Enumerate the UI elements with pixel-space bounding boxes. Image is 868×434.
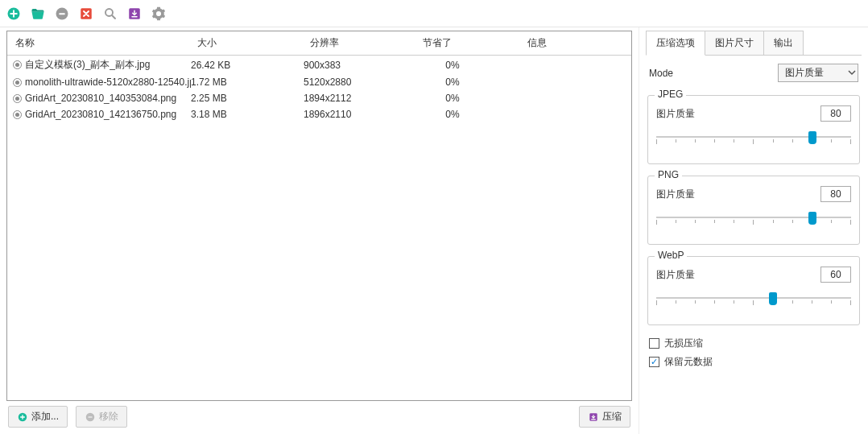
magnify-icon[interactable] [101, 5, 119, 23]
add-button-label: 添加... [31, 410, 59, 424]
remove-circle-icon[interactable] [53, 5, 71, 23]
table-row[interactable]: monolith-ultrawide-5120x2880-12540.jpg 1… [7, 74, 631, 90]
cell-name: GridArt_20230810_140353084.png [25, 93, 191, 104]
remove-circle-small-icon [85, 411, 96, 423]
row-status-icon [12, 77, 22, 87]
mode-value: 图片质量 [785, 66, 824, 80]
toolbar [0, 0, 868, 27]
jpeg-group: JPEG 图片质量 80 [647, 95, 860, 164]
add-button[interactable]: 添加... [8, 406, 68, 428]
chevron-down-icon [848, 68, 856, 79]
cell-savings: 0% [416, 109, 521, 120]
lossless-checkbox-row[interactable]: 无损压缩 [649, 337, 858, 350]
row-status-icon [12, 60, 22, 70]
clear-list-icon[interactable] [77, 5, 95, 23]
cell-size: 3.18 MB [191, 109, 304, 120]
jpeg-title: JPEG [655, 89, 686, 100]
remove-button[interactable]: 移除 [76, 406, 127, 428]
table-row[interactable]: GridArt_20230810_140353084.png 2.25 MB 1… [7, 90, 631, 106]
header-resolution[interactable]: 分辨率 [305, 36, 418, 50]
tab-size[interactable]: 图片尺寸 [705, 31, 764, 55]
header-size[interactable]: 大小 [192, 36, 305, 50]
webp-quality-label: 图片质量 [656, 268, 695, 282]
add-circle-icon [17, 411, 28, 423]
svg-point-6 [156, 11, 160, 15]
tab-output[interactable]: 输出 [763, 31, 804, 55]
mode-select[interactable]: 图片质量 [778, 64, 858, 82]
archive-down-icon[interactable] [126, 5, 143, 23]
svg-rect-2 [59, 13, 65, 14]
cell-savings: 0% [416, 76, 521, 88]
cell-resolution: 1894x2112 [304, 93, 416, 104]
table-row[interactable]: 自定义模板(3)_副本_副本.jpg 26.42 KB 900x383 0% [7, 56, 631, 74]
row-status-icon [12, 93, 22, 103]
bottom-bar: 添加... 移除 压缩 [6, 401, 632, 428]
jpeg-quality-input[interactable]: 80 [820, 105, 851, 122]
png-group: PNG 图片质量 80 [647, 176, 860, 245]
metadata-checkbox[interactable] [649, 357, 659, 367]
cell-savings: 0% [416, 93, 521, 104]
folder-open-icon[interactable] [29, 5, 47, 23]
webp-quality-input[interactable]: 60 [820, 267, 851, 283]
cell-size: 1.72 MB [191, 76, 304, 88]
jpeg-slider[interactable] [656, 134, 851, 151]
gear-icon[interactable] [150, 5, 167, 23]
compress-icon [588, 411, 599, 423]
cell-resolution: 900x383 [304, 60, 416, 71]
mode-row: Mode 图片质量 [646, 56, 862, 90]
webp-group: WebP 图片质量 60 [647, 256, 860, 325]
table-row[interactable]: GridArt_20230810_142136750.png 3.18 MB 1… [7, 106, 631, 122]
file-table: 名称 大小 分辨率 节省了 信息 自定义模板(3)_副本_副本.jpg 26.4… [6, 31, 632, 401]
cell-savings: 0% [416, 60, 521, 71]
png-quality-input[interactable]: 80 [820, 186, 851, 202]
remove-button-label: 移除 [99, 410, 118, 424]
options-panel: 压缩选项 图片尺寸 输出 Mode 图片质量 JPEG 图片质量 80 [639, 27, 868, 434]
compress-button[interactable]: 压缩 [579, 406, 630, 428]
cell-size: 2.25 MB [191, 93, 304, 104]
add-icon[interactable] [5, 5, 23, 23]
metadata-label: 保留元数据 [664, 355, 713, 369]
file-list-panel: 名称 大小 分辨率 节省了 信息 自定义模板(3)_副本_副本.jpg 26.4… [0, 27, 639, 434]
cell-resolution: 5120x2880 [304, 76, 416, 88]
lossless-label: 无损压缩 [664, 337, 703, 350]
webp-slider[interactable] [656, 296, 851, 312]
png-slider[interactable] [656, 215, 851, 231]
compress-button-label: 压缩 [602, 410, 622, 424]
cell-name: monolith-ultrawide-5120x2880-12540.jpg [25, 76, 191, 88]
table-header: 名称 大小 分辨率 节省了 信息 [7, 31, 631, 56]
png-quality-label: 图片质量 [656, 188, 695, 201]
png-title: PNG [655, 169, 682, 180]
header-name[interactable]: 名称 [7, 36, 192, 50]
table-body: 自定义模板(3)_副本_副本.jpg 26.42 KB 900x383 0% m… [7, 56, 631, 122]
cell-name: GridArt_20230810_142136750.png [25, 109, 191, 120]
lossless-checkbox[interactable] [649, 338, 659, 349]
cell-size: 26.42 KB [191, 60, 304, 71]
cell-resolution: 1896x2110 [304, 109, 416, 120]
main-area: 名称 大小 分辨率 节省了 信息 自定义模板(3)_副本_副本.jpg 26.4… [0, 27, 868, 434]
webp-title: WebP [655, 250, 687, 261]
tabs: 压缩选项 图片尺寸 输出 [646, 31, 862, 56]
cell-name: 自定义模板(3)_副本_副本.jpg [25, 58, 191, 72]
svg-rect-9 [88, 416, 92, 417]
header-savings[interactable]: 节省了 [418, 36, 523, 50]
row-status-icon [12, 110, 22, 119]
metadata-checkbox-row[interactable]: 保留元数据 [649, 355, 858, 369]
jpeg-quality-label: 图片质量 [656, 107, 695, 121]
header-info[interactable]: 信息 [523, 36, 631, 50]
tab-options[interactable]: 压缩选项 [646, 31, 705, 56]
mode-label: Mode [649, 68, 673, 79]
